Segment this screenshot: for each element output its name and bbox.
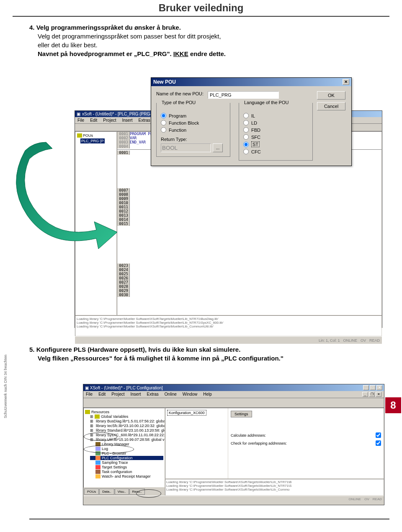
folder-icon (85, 410, 90, 414)
settings-tab[interactable]: Settings (231, 411, 252, 417)
calc-addresses-checkbox[interactable] (376, 432, 381, 438)
step4-line3b: IKKE (173, 50, 188, 57)
menu2-window[interactable]: Window (183, 392, 198, 397)
step5-num: 5. (29, 346, 35, 353)
toolbar-btn[interactable] (144, 399, 151, 407)
ide2-config-panel: Konfiguration_XC600 Settings Calculate a… (165, 408, 384, 479)
maximize-icon[interactable]: □ (370, 385, 376, 390)
target-icon (95, 465, 100, 469)
footer-rule (29, 519, 389, 519)
toolbar-btn[interactable] (128, 399, 135, 407)
copyright-notice: Schutzvermerk nach DIN 34 beachten (3, 355, 8, 418)
step5-text: 5. Konfigurere PLS (Hardware oppsett), h… (0, 339, 402, 365)
trace-icon (95, 460, 100, 465)
radio-st[interactable] (243, 142, 249, 147)
toolbar-btn[interactable] (112, 399, 119, 407)
radio-functionblock[interactable] (161, 120, 166, 125)
menu2-project[interactable]: Project (111, 392, 124, 397)
menu2-help[interactable]: Help (203, 392, 212, 397)
step4-text: 4. Velg programmeringsspråket du ønsker … (0, 17, 402, 60)
ide2-status-bar: ONLINE OV READ (83, 496, 384, 502)
return-type-browse-button: ... (213, 143, 223, 152)
radio-sfc[interactable] (243, 134, 249, 140)
pou-name-input[interactable] (208, 91, 279, 99)
ide1-app-icon: ▣ (77, 112, 80, 116)
step4-line1: Velg det programmeringsspråket som passe… (38, 33, 221, 40)
folder-icon (95, 414, 100, 419)
dialog-titlebar[interactable]: New POU ✕ (151, 78, 351, 86)
toolbar-btn[interactable] (120, 399, 127, 407)
cancel-button[interactable]: Cancel (317, 102, 345, 110)
ide2-resource-tree[interactable]: Resources ⊞Global Variables ⊞library Bus… (83, 408, 165, 488)
child-restore-icon[interactable]: ❐ (369, 392, 375, 397)
menu-edit[interactable]: Edit (90, 118, 97, 123)
new-pou-dialog: New POU ✕ Name of the new POU: Program F… (151, 77, 352, 166)
step5-line1: Velg fliken „Ressources" for å få muligh… (38, 355, 283, 362)
watch-icon (95, 474, 100, 478)
page-title: Bruker veiledning (0, 0, 402, 16)
radio-il[interactable] (243, 113, 249, 118)
book-icon (95, 442, 100, 446)
page-number-badge: 8 (385, 397, 401, 413)
tab-resources[interactable]: Reso.. (129, 489, 145, 495)
ide1-log: Loading library 'C:\Programmer\Moeller S… (75, 315, 382, 336)
child-minimize-icon[interactable]: _ (362, 392, 368, 397)
plc-config-icon (95, 456, 100, 460)
tree-plc-configuration[interactable]: PLC Configuration (90, 456, 163, 460)
tab-pous[interactable]: POUs (84, 489, 99, 495)
radio-fbd[interactable] (243, 127, 249, 133)
return-type-label: Return Type: (161, 137, 226, 142)
menu-file[interactable]: File (77, 118, 84, 123)
step5-title: Konfigurere PLS (Hardware oppsett), hvis… (36, 346, 241, 353)
child-close-icon[interactable]: ✕ (376, 392, 381, 397)
minimize-icon[interactable]: _ (363, 385, 369, 390)
tab-data[interactable]: Data.. (99, 489, 114, 495)
step4-line2: eller det du liker best. (38, 41, 98, 49)
ide2-app-icon: ▣ (85, 386, 89, 390)
menu2-online[interactable]: Online (165, 392, 177, 397)
plc-browser-icon (95, 451, 100, 455)
radio-ld[interactable] (243, 120, 249, 125)
ide2-log: Loading library 'C:\Programme\Moeller So… (165, 479, 384, 496)
task-icon (95, 470, 100, 474)
close-icon[interactable]: ✕ (343, 79, 349, 85)
log-icon (95, 447, 100, 451)
toolbar-btn[interactable] (136, 399, 143, 407)
ide2-window: ▣ XSoft - (Untitled)* - [PLC Configurati… (83, 384, 384, 505)
step4-num: 4. (29, 24, 35, 31)
radio-function[interactable] (161, 127, 166, 133)
dialog-title-text: New POU (153, 79, 176, 85)
menu2-file[interactable]: File (86, 392, 93, 397)
overlap-label: Check for overlapping addresses: (231, 441, 287, 445)
menu2-insert[interactable]: Insert (130, 392, 141, 397)
step4-line3c: endre dette. (190, 50, 226, 57)
toolbar-btn[interactable] (100, 399, 108, 407)
type-fieldset: Program Function Block Function Return T… (156, 103, 230, 157)
step4-line3a: Navnet på hovedprogrammet er „PLC_PRG". (38, 50, 173, 57)
ide2-toolbar[interactable] (83, 398, 384, 408)
toolbar-btn[interactable] (163, 399, 171, 407)
toolbar-btn[interactable] (155, 399, 163, 407)
menu2-edit[interactable]: Edit (98, 392, 106, 397)
lang-fieldset: IL LD FBD SFC ST CFC (239, 103, 313, 161)
menu2-extras[interactable]: Extras (147, 392, 159, 397)
ide2-menu[interactable]: File Edit Project Insert Extras Online W… (83, 391, 384, 398)
ok-button[interactable]: OK (317, 91, 345, 100)
toolbar-btn[interactable] (84, 399, 92, 407)
return-type-input (161, 143, 211, 152)
name-label: Name of the new POU: (156, 91, 204, 96)
green-arrow-icon (13, 134, 121, 251)
config-root-node[interactable]: Konfiguration_XC600 (167, 410, 206, 416)
radio-cfc[interactable] (243, 149, 249, 154)
menu-project[interactable]: Project (103, 118, 116, 123)
radio-program[interactable] (161, 113, 166, 118)
close-icon[interactable]: ✕ (376, 385, 382, 390)
toolbar-btn[interactable] (92, 399, 100, 407)
tab-visu[interactable]: Visu.. (115, 489, 129, 495)
step4-title: Velg programmeringsspråket du ønsker å b… (36, 24, 181, 31)
menu-insert[interactable]: Insert (122, 118, 132, 123)
overlap-checkbox[interactable] (376, 440, 381, 446)
ide2-titlebar: ▣ XSoft - (Untitled)* - [PLC Configurati… (83, 384, 384, 391)
ide2-bottom-tabs[interactable]: POUs Data.. Visu.. Reso.. (83, 488, 165, 496)
menu-extras[interactable]: Extras (139, 118, 150, 123)
